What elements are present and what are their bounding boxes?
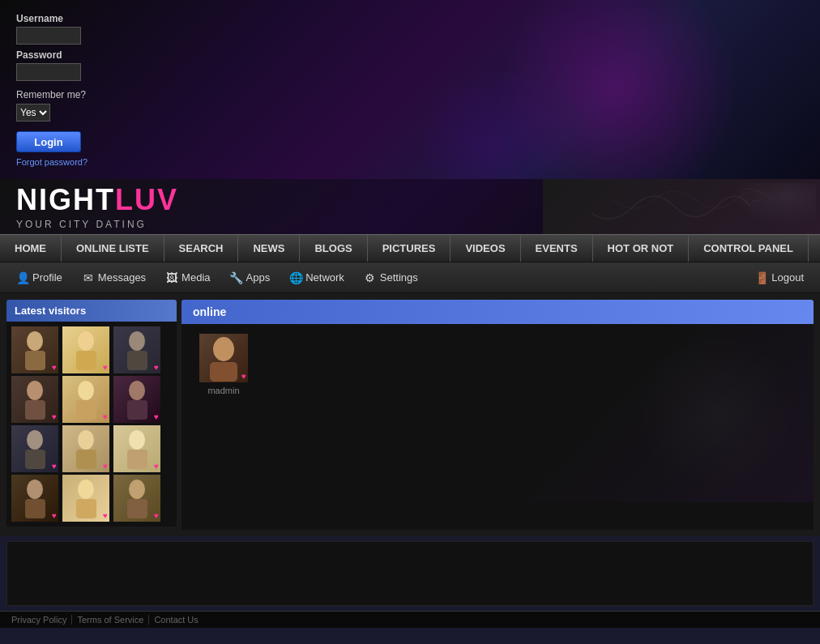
logo-left: NIGHTLUV YOUR CITY DATING bbox=[0, 183, 543, 230]
sub-nav-settings[interactable]: ⚙ Settings bbox=[354, 267, 428, 289]
nav-item-search[interactable]: SEARCH bbox=[164, 235, 239, 262]
media-icon: 🖼 bbox=[165, 271, 178, 284]
logo-night: NIGHT bbox=[16, 183, 115, 216]
svg-rect-6 bbox=[127, 351, 147, 370]
password-label: Password bbox=[16, 49, 804, 61]
logo-luv: LUV bbox=[115, 183, 178, 216]
remember-select[interactable]: Yes No bbox=[16, 104, 50, 122]
sub-nav-apps[interactable]: 🔧 Apps bbox=[220, 267, 280, 289]
sub-nav-profile[interactable]: 👤 Profile bbox=[6, 267, 72, 289]
logout-label: Logout bbox=[771, 271, 804, 284]
logout-button[interactable]: 🚪 Logout bbox=[745, 267, 814, 289]
main-nav: HOME ONLINE LISTE SEARCH NEWS BLOGS PICT… bbox=[0, 234, 820, 262]
nav-item-news[interactable]: NEWS bbox=[238, 235, 300, 262]
password-input[interactable] bbox=[16, 63, 81, 81]
sub-nav-network-label: Network bbox=[305, 271, 344, 284]
svg-point-5 bbox=[129, 331, 145, 351]
messages-icon: ✉ bbox=[82, 271, 95, 284]
svg-rect-22 bbox=[76, 499, 96, 518]
nav-item-events[interactable]: EVENTS bbox=[521, 235, 593, 262]
apps-icon: 🔧 bbox=[230, 271, 243, 284]
online-content: ♥ madmin bbox=[182, 324, 814, 502]
profile-icon: 👤 bbox=[16, 271, 29, 284]
sub-nav-media-label: Media bbox=[182, 271, 210, 284]
sub-nav-messages[interactable]: ✉ Messages bbox=[72, 267, 156, 289]
username-label: Username bbox=[16, 13, 804, 24]
svg-point-9 bbox=[78, 381, 94, 400]
heart-badge-icon: ♥ bbox=[154, 462, 159, 471]
nav-item-online-liste[interactable]: ONLINE LISTE bbox=[62, 235, 164, 262]
visitor-thumb[interactable]: ♥ bbox=[113, 425, 160, 472]
online-user-madmin[interactable]: ♥ madmin bbox=[191, 334, 256, 395]
svg-point-17 bbox=[129, 430, 145, 450]
visitor-thumb[interactable]: ♥ bbox=[113, 326, 160, 373]
heart-badge-icon: ♥ bbox=[52, 511, 57, 520]
sub-nav-network[interactable]: 🌐 Network bbox=[280, 267, 354, 289]
svg-point-23 bbox=[129, 480, 145, 499]
visitor-thumb[interactable]: ♥ bbox=[11, 475, 58, 522]
sub-nav-apps-label: Apps bbox=[246, 271, 271, 284]
nav-item-hot-or-not[interactable]: HOT OR NOT bbox=[593, 235, 690, 262]
visitor-thumb[interactable]: ♥ bbox=[113, 376, 160, 423]
footer-link-terms[interactable]: Terms of Service bbox=[72, 615, 149, 625]
visitor-thumb[interactable]: ♥ bbox=[11, 326, 58, 373]
footer: Privacy Policy Terms of Service Contact … bbox=[0, 611, 820, 628]
nav-item-videos[interactable]: VIDEOS bbox=[451, 235, 520, 262]
sub-nav: 👤 Profile ✉ Messages 🖼 Media 🔧 Apps 🌐 Ne… bbox=[0, 262, 820, 293]
visitors-grid: ♥ ♥ ♥ ♥ bbox=[6, 322, 177, 527]
heart-badge-icon: ♥ bbox=[103, 412, 108, 421]
login-area: Username Password Remember me? Yes No Lo… bbox=[0, 0, 820, 179]
sub-nav-settings-label: Settings bbox=[380, 271, 418, 284]
visitor-thumb[interactable]: ♥ bbox=[11, 376, 58, 423]
nav-item-blogs[interactable]: BLOGS bbox=[300, 235, 367, 262]
bottom-area bbox=[6, 541, 814, 606]
heart-badge-icon: ♥ bbox=[52, 363, 57, 372]
heart-badge-icon: ♥ bbox=[154, 511, 159, 520]
logo-right-panel bbox=[543, 179, 820, 234]
forgot-password-link[interactable]: Forgot password? bbox=[16, 157, 804, 167]
svg-rect-16 bbox=[76, 450, 96, 469]
visitor-thumb[interactable]: ♥ bbox=[62, 475, 109, 522]
online-username: madmin bbox=[191, 386, 256, 395]
visitor-thumb[interactable]: ♥ bbox=[62, 376, 109, 423]
svg-rect-18 bbox=[127, 450, 147, 469]
footer-link-contact[interactable]: Contact Us bbox=[149, 615, 203, 625]
svg-rect-26 bbox=[210, 362, 237, 382]
online-heart-icon: ♥ bbox=[241, 372, 246, 381]
svg-point-3 bbox=[78, 331, 94, 351]
svg-point-7 bbox=[27, 381, 43, 400]
nav-item-home[interactable]: HOME bbox=[0, 235, 62, 262]
svg-point-21 bbox=[78, 480, 94, 499]
settings-icon: ⚙ bbox=[364, 271, 377, 284]
sub-nav-messages-label: Messages bbox=[98, 271, 146, 284]
heart-badge-icon: ♥ bbox=[103, 462, 108, 471]
svg-rect-2 bbox=[25, 351, 45, 370]
username-input[interactable] bbox=[16, 27, 81, 45]
sub-nav-media[interactable]: 🖼 Media bbox=[156, 267, 220, 289]
visitor-thumb[interactable]: ♥ bbox=[11, 425, 58, 472]
svg-rect-24 bbox=[127, 499, 147, 518]
visitor-thumb[interactable]: ♥ bbox=[62, 326, 109, 373]
visitor-thumb[interactable]: ♥ bbox=[62, 425, 109, 472]
svg-point-13 bbox=[27, 430, 43, 450]
heart-badge-icon: ♥ bbox=[103, 511, 108, 520]
login-button[interactable]: Login bbox=[16, 131, 81, 152]
heart-badge-icon: ♥ bbox=[154, 412, 159, 421]
svg-point-1 bbox=[27, 331, 43, 351]
svg-point-11 bbox=[129, 381, 145, 400]
heart-badge-icon: ♥ bbox=[52, 462, 57, 471]
online-title: online bbox=[182, 300, 814, 324]
svg-point-25 bbox=[213, 337, 234, 361]
nav-item-control-panel[interactable]: CONTROL PANEL bbox=[689, 235, 809, 262]
nav-item-pictures[interactable]: PICTURES bbox=[368, 235, 451, 262]
visitor-thumb[interactable]: ♥ bbox=[113, 475, 160, 522]
logo-stack: NIGHTLUV YOUR CITY DATING bbox=[16, 183, 178, 230]
sub-nav-profile-label: Profile bbox=[32, 271, 62, 284]
content-area: Latest visitors ♥ ♥ ♥ bbox=[0, 293, 820, 536]
heart-badge-icon: ♥ bbox=[154, 363, 159, 372]
svg-rect-20 bbox=[25, 499, 45, 518]
logout-icon: 🚪 bbox=[755, 271, 768, 284]
svg-rect-4 bbox=[76, 351, 96, 370]
online-avatar: ♥ bbox=[199, 334, 248, 382]
footer-link-privacy[interactable]: Privacy Policy bbox=[6, 615, 72, 625]
